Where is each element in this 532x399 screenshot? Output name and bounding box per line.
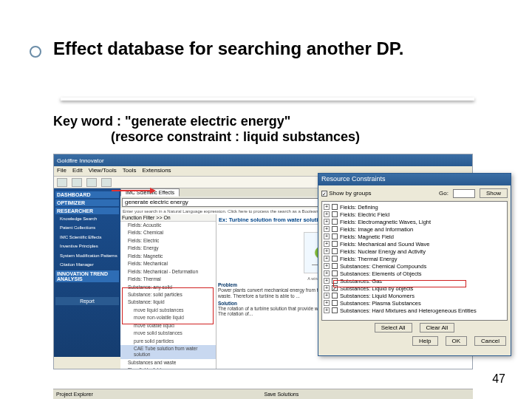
ok-button[interactable]: OK [446, 336, 468, 346]
result-item[interactable]: Substance: any solid [120, 284, 216, 291]
tree-item[interactable]: +Fields: Electromagnetic Waves, Light [324, 218, 505, 225]
result-item[interactable]: Fields: Acoustic [120, 222, 216, 229]
toolbar-btn[interactable] [86, 178, 97, 187]
tree-item[interactable]: +Substances: Chemical Compounds [324, 262, 505, 270]
tree-checkbox[interactable] [332, 263, 338, 269]
result-item[interactable]: Fields: Chemical [120, 229, 216, 236]
tree-checkbox[interactable] [332, 226, 338, 232]
tree-checkbox[interactable] [332, 300, 338, 306]
tree-checkbox[interactable] [332, 211, 338, 217]
menu-file[interactable]: File [57, 167, 66, 175]
tree-item[interactable]: +Fields: Thermal Energy [324, 255, 505, 262]
sidebar-item[interactable]: Citation Manager [55, 260, 119, 269]
sidebar-item[interactable]: IMC Scientific Effects [55, 233, 119, 242]
tree-item[interactable]: +Substances: Elements of Objects [324, 270, 505, 277]
sidebar: DASHBOARD OPTIMIZER RESEARCHER Knowledge… [54, 188, 120, 357]
expand-icon[interactable]: + [324, 211, 330, 217]
go-label: Go: [439, 190, 449, 197]
go-input[interactable] [453, 189, 475, 198]
tree-checkbox[interactable] [332, 241, 338, 247]
result-item[interactable]: Fields: Mechanical - Deformation [120, 268, 216, 276]
sidebar-item[interactable]: Inventive Principles [55, 242, 119, 250]
tree-label: Substances: Hard Mixtures and Heterogene… [340, 307, 477, 314]
expand-icon[interactable]: + [324, 233, 330, 239]
tree-item[interactable]: +Substances: Plasma Substances [324, 299, 505, 307]
sidebar-researcher[interactable]: RESEARCHER [55, 208, 119, 214]
result-item[interactable]: Substance: liquid [120, 299, 216, 306]
result-item[interactable]: Fields: Magnetic [120, 253, 216, 260]
expand-icon[interactable]: + [324, 204, 330, 210]
tree-checkbox[interactable] [332, 293, 338, 299]
tree-item[interactable]: +Substances: Gas [324, 277, 505, 284]
result-item[interactable]: Flow fields, folder [120, 366, 216, 369]
expand-icon[interactable]: + [324, 270, 330, 276]
tree-checkbox[interactable] [332, 248, 338, 254]
cancel-button[interactable]: Cancel [474, 336, 506, 346]
tree-item[interactable]: +Fields: Mechanical and Sound Wave [324, 240, 505, 248]
expand-icon[interactable]: + [324, 293, 330, 299]
tree-checkbox[interactable] [332, 307, 338, 313]
result-item[interactable]: Substance: solid particles [120, 291, 216, 299]
tree-item[interactable]: +Fields: Nuclear Energy and Activity [324, 248, 505, 255]
status-left[interactable]: Project Explorer [56, 392, 93, 397]
tree-label: Substances: Gas [340, 278, 382, 284]
result-item[interactable]: Substances and waste [120, 359, 216, 366]
tree-checkbox[interactable] [332, 285, 338, 291]
tree-item[interactable]: +Fields: Defining [324, 203, 505, 211]
select-all-button[interactable]: Select All [375, 323, 412, 332]
result-item-selected[interactable]: CAE Tube solution from water solution [120, 345, 216, 359]
result-item[interactable]: Fields: Mechanical [120, 260, 216, 267]
expand-icon[interactable]: + [324, 263, 330, 269]
toolbar-btn[interactable] [57, 178, 67, 187]
expand-icon[interactable]: + [324, 226, 330, 232]
result-item[interactable]: Fields: Electric [120, 237, 216, 245]
expand-icon[interactable]: + [324, 307, 330, 313]
show-groups-checkbox[interactable]: Show by groups [321, 190, 372, 197]
tree-checkbox[interactable] [332, 219, 338, 225]
result-item[interactable]: pure solid particles [120, 338, 216, 345]
help-button[interactable]: Help [412, 336, 437, 346]
sidebar-dashboard[interactable]: DASHBOARD [55, 191, 119, 198]
function-filter-header[interactable]: Function Filter >> On [120, 214, 216, 222]
tree-checkbox[interactable] [332, 233, 338, 239]
tree-item[interactable]: +Substances: Liquid Monomers [324, 292, 505, 299]
menu-ext[interactable]: Extensions [142, 167, 171, 175]
expand-icon[interactable]: + [324, 219, 330, 225]
menu-view[interactable]: View/Tools [89, 167, 117, 175]
menu-edit[interactable]: Edit [72, 167, 83, 175]
tree-item[interactable]: +Substances: Hard Mixtures and Heterogen… [324, 307, 505, 314]
toolbar-btn[interactable] [72, 178, 82, 187]
tree-checkbox[interactable] [332, 204, 338, 210]
tree-item[interactable]: +Fields: Image and Information [324, 225, 505, 233]
result-item[interactable]: move volatile liquid [120, 322, 216, 330]
result-item[interactable]: Fields: Energy [120, 245, 216, 252]
expand-icon[interactable]: + [324, 248, 330, 254]
status-mid[interactable]: Save Solutions [265, 392, 299, 397]
show-button[interactable]: Show [480, 188, 508, 198]
result-item[interactable]: move liquid substances [120, 307, 216, 314]
expand-icon[interactable]: + [324, 241, 330, 247]
tree-checkbox[interactable] [332, 278, 338, 284]
sidebar-item[interactable]: Knowledge Search [55, 214, 119, 223]
constraints-tree[interactable]: +Fields: Defining+Fields: Electric Field… [321, 201, 508, 321]
tree-item[interactable]: +Substances: Liquid by objects [324, 284, 505, 292]
report-button[interactable]: Report [55, 297, 119, 305]
toolbar-btn[interactable] [101, 178, 112, 187]
sidebar-optimizer[interactable]: OPTIMIZER [55, 200, 119, 206]
result-item[interactable]: move non-volatile liquid [120, 314, 216, 321]
menu-tools[interactable]: Tools [123, 167, 137, 175]
tree-checkbox[interactable] [332, 270, 338, 276]
expand-icon[interactable]: + [324, 256, 330, 262]
result-item[interactable]: move solid substances [120, 330, 216, 337]
expand-icon[interactable]: + [324, 285, 330, 291]
sidebar-item[interactable]: Patent Collections [55, 223, 119, 232]
result-item[interactable]: Fields: Thermal [120, 276, 216, 283]
clear-all-button[interactable]: Clear All [420, 323, 455, 332]
tree-item[interactable]: +Fields: Electric Field [324, 211, 505, 218]
sidebar-trend[interactable]: INNOVATION TREND ANALYSIS [55, 270, 119, 282]
sidebar-item[interactable]: System Modification Patterns [55, 251, 119, 260]
tree-item[interactable]: +Fields: Magnetic Field [324, 233, 505, 240]
tree-checkbox[interactable] [332, 256, 338, 262]
expand-icon[interactable]: + [324, 300, 330, 306]
expand-icon[interactable]: + [324, 278, 330, 284]
